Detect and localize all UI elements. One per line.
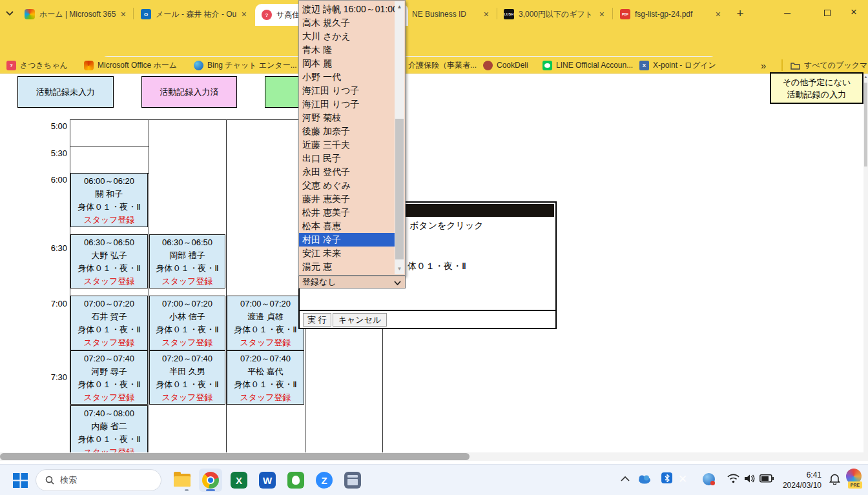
new-tab-button[interactable]: +: [732, 5, 749, 22]
dropdown-item[interactable]: 海江田 りつ子: [299, 97, 395, 111]
appointment-name: 半田 久男: [150, 365, 225, 378]
dropdown-item[interactable]: 安江 未来: [299, 247, 395, 260]
staff-register-link[interactable]: スタッフ登録: [71, 214, 147, 227]
staff-select-combobox[interactable]: 登録なし: [298, 276, 406, 288]
taskbar-green-app[interactable]: [284, 469, 307, 492]
onedrive-icon[interactable]: [637, 474, 651, 484]
appointment-cell[interactable]: 06:00～06:20 關 和子 身体０１・夜・Ⅱ スタッフ登録: [70, 173, 148, 227]
window-minimize-button[interactable]: –: [772, 0, 802, 25]
taskbar-calculator[interactable]: [341, 469, 364, 492]
staff-register-link[interactable]: スタッフ登録: [71, 336, 147, 349]
vertical-scrollbar[interactable]: ▲: [863, 74, 868, 452]
horizontal-scrollbar[interactable]: [0, 452, 868, 461]
scroll-down-icon[interactable]: ▼: [395, 263, 404, 274]
dropdown-item[interactable]: 大川 さかえ: [299, 30, 395, 43]
tab-close-icon[interactable]: ×: [716, 9, 721, 19]
appointment-cell[interactable]: 07:40～08:00 内藤 省二 身体０１・夜・Ⅱ スタッフ登録: [70, 405, 148, 460]
dropdown-item[interactable]: 小野 一代: [299, 70, 395, 84]
scrollbar-thumb[interactable]: [395, 119, 404, 259]
appointment-cell[interactable]: 07:20～07:40 平松 嘉代 身体０１・夜・Ⅱ スタッフ登録: [227, 350, 304, 405]
dropdown-item[interactable]: 高木 規久子: [299, 16, 395, 30]
taskbar-clock[interactable]: 6:41 2024/03/10: [774, 470, 822, 490]
scrollbar-thumb[interactable]: [864, 83, 867, 167]
staff-register-link[interactable]: スタッフ登録: [150, 275, 225, 288]
tray-expand-chevron-icon[interactable]: [620, 476, 630, 482]
window-close-button[interactable]: ×: [840, 0, 868, 25]
dropdown-item[interactable]: 松本 喜恵: [299, 219, 395, 233]
other-record-entry-button[interactable]: その他予定にない 活動記録の入力: [770, 72, 863, 104]
tab-close-icon[interactable]: ×: [121, 9, 126, 19]
bookmark-kaigohoken[interactable]: 介護保険（事業者...: [408, 59, 477, 72]
execute-button[interactable]: 実 行: [303, 313, 331, 327]
taskbar-search-input[interactable]: 検索: [36, 469, 161, 491]
notification-bell-icon[interactable]: [829, 473, 840, 485]
dropdown-item[interactable]: 藤井 恵美子: [299, 192, 395, 206]
appointment-service: 身体０１・夜・Ⅱ: [71, 433, 147, 446]
dropdown-item[interactable]: 岡本 麗: [299, 57, 395, 70]
appointment-cell[interactable]: 07:00～07:20 小林 信子 身体０１・夜・Ⅱ スタッフ登録: [149, 296, 225, 350]
tab-close-icon[interactable]: ×: [484, 9, 489, 19]
dropdown-item[interactable]: 湯元 恵: [299, 260, 395, 274]
tray-x-app-icon[interactable]: ✕: [678, 472, 687, 486]
staff-register-link[interactable]: スタッフ登録: [227, 336, 304, 349]
tab-line-business-id[interactable]: NE Business ID ×: [407, 5, 494, 23]
tab-search-chevron-icon[interactable]: [5, 10, 14, 16]
tab-microsoft365[interactable]: ホーム | Microsoft 365 ×: [19, 5, 131, 23]
tab-title: fsg-list-gp-24.pdf: [635, 10, 711, 19]
taskbar-file-explorer[interactable]: [170, 469, 194, 492]
scroll-up-icon[interactable]: ▲: [863, 75, 868, 79]
dropdown-item[interactable]: 海江田 りつ子: [299, 84, 395, 97]
bookmark-satsukichan[interactable]: ? さつきちゃん: [6, 59, 68, 72]
dropdown-item[interactable]: 父恵 めぐみ: [299, 179, 395, 192]
appointment-cell[interactable]: 07:00～07:20 渡邉 貞雄 身体０１・夜・Ⅱ スタッフ登録: [227, 296, 304, 350]
dropdown-item[interactable]: 河野 菊枝: [299, 111, 395, 125]
tab-outlook-mail[interactable]: O メール - 森井 祐介 - Ou ×: [136, 5, 252, 23]
dropdown-item[interactable]: 青木 隆: [299, 43, 395, 57]
bookmark-line-official[interactable]: LINE Official Accoun...: [542, 59, 633, 72]
dropdown-item[interactable]: 近藤 三千夫: [299, 138, 395, 152]
dropdown-item[interactable]: 後藤 加奈子: [299, 125, 395, 138]
taskbar-excel[interactable]: X: [227, 469, 251, 492]
bookmark-label: CookDeli: [497, 61, 528, 70]
all-bookmarks-button[interactable]: すべてのブックマーク: [790, 59, 868, 72]
window-maximize-button[interactable]: [824, 10, 831, 16]
taskbar-word[interactable]: W: [256, 469, 279, 492]
tab-close-icon[interactable]: ×: [242, 9, 247, 19]
dropdown-item[interactable]: 渡辺 詩帆 16:00～01:00: [299, 3, 395, 16]
scroll-up-icon[interactable]: ▲: [395, 1, 404, 12]
staff-register-link[interactable]: スタッフ登録: [227, 391, 304, 404]
bookmark-bing-chat[interactable]: Bing チャット エンター...: [194, 59, 297, 72]
staff-register-link[interactable]: スタッフ登録: [150, 391, 225, 404]
battery-icon[interactable]: [760, 474, 774, 483]
dropdown-scrollbar[interactable]: ▲ ▼: [395, 1, 404, 274]
dropdown-item[interactable]: 永田 登代子: [299, 165, 395, 179]
appointment-cell[interactable]: 07:20～07:40 河野 尋子 身体０１・夜・Ⅱ スタッフ登録: [70, 350, 148, 405]
tray-sphere-app-icon[interactable]: [703, 473, 715, 485]
tab-pdf[interactable]: PDF fsg-list-gp-24.pdf ×: [615, 5, 726, 23]
bookmark-office-home[interactable]: Microsoft Office ホーム: [84, 59, 177, 72]
bookmark-cookdeli[interactable]: CookDeli: [483, 59, 528, 72]
cancel-button[interactable]: キャンセル: [333, 313, 387, 327]
staff-register-link[interactable]: スタッフ登録: [71, 391, 147, 404]
tab-lush-gift[interactable]: LUSH 3,000円以下のギフト | L ×: [499, 5, 610, 23]
dropdown-item-selected[interactable]: 村田 冷子: [299, 233, 395, 247]
copilot-pre-badge: PRE: [848, 481, 862, 489]
tab-close-icon[interactable]: ×: [599, 9, 604, 19]
dropdown-item[interactable]: 松井 恵美子: [299, 206, 395, 219]
dropdown-item[interactable]: 出口 民子: [299, 152, 395, 165]
appointment-cell[interactable]: 06:30～06:50 大野 弘子 身体０１・夜・Ⅱ スタッフ登録: [70, 234, 148, 288]
bluetooth-icon[interactable]: [661, 472, 672, 483]
appointment-cell[interactable]: 06:30～06:50 岡部 禮子 身体０１・夜・Ⅱ スタッフ登録: [149, 234, 225, 288]
appointment-cell[interactable]: 07:00～07:20 石井 賀子 身体０１・夜・Ⅱ スタッフ登録: [70, 296, 148, 350]
scrollbar-thumb[interactable]: [0, 453, 470, 460]
staff-register-link[interactable]: スタッフ登録: [71, 275, 147, 288]
appointment-cell[interactable]: 07:20～07:40 半田 久男 身体０１・夜・Ⅱ スタッフ登録: [149, 350, 225, 405]
taskbar-chrome[interactable]: [199, 469, 222, 492]
windows-start-icon[interactable]: [13, 473, 28, 488]
speaker-icon[interactable]: [744, 474, 756, 483]
staff-register-link[interactable]: スタッフ登録: [150, 336, 225, 349]
bookmarks-overflow-chevron[interactable]: »: [761, 59, 766, 72]
bookmark-xpoint[interactable]: X X-point - ログイン: [639, 59, 716, 72]
taskbar-z-app[interactable]: Z: [313, 469, 336, 492]
wifi-icon[interactable]: [727, 474, 739, 483]
